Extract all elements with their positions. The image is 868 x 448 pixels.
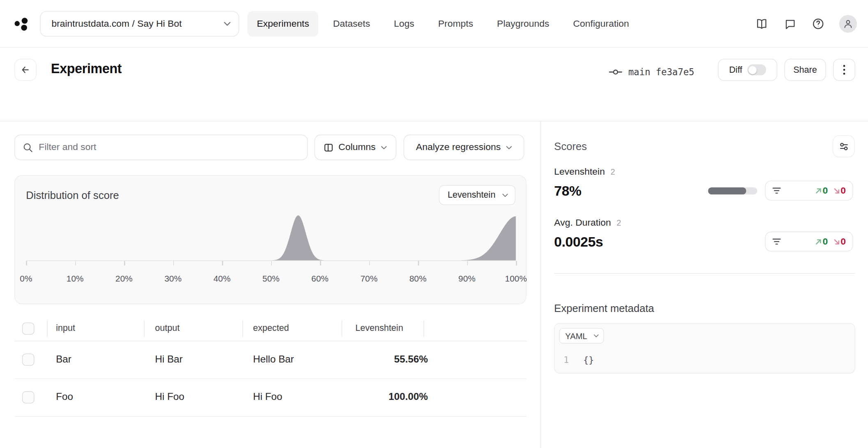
x-axis-tick [467,261,468,266]
analyze-regressions-label: Analyze regressions [416,142,501,153]
row-checkbox[interactable] [22,391,34,404]
cell-levenshtein: 55.56% [394,353,428,365]
columns-button[interactable]: Columns [315,135,397,160]
tab-datasets[interactable]: Datasets [324,11,379,37]
nav-tabs: Experiments Datasets Logs Prompts Playgr… [248,11,638,37]
arrow-up-right-icon [815,238,822,245]
x-axis-tick-label: 40% [214,274,231,284]
x-axis-tick-label: 100% [505,274,527,284]
arrow-up-right-icon [815,187,822,194]
feedback-chat-icon[interactable] [783,16,797,31]
metric-name: Levenshtein2 [554,166,615,177]
x-axis-tick-label: 80% [409,274,427,284]
user-avatar[interactable] [839,15,857,32]
tab-configuration[interactable]: Configuration [564,11,638,37]
score-selector-label: Levenshtein [448,190,495,200]
branch-commit: main fe3a7e5 [609,63,694,81]
col-header-input[interactable]: input [56,323,75,333]
chevron-down-icon [593,334,599,337]
score-comparison-box[interactable]: 0 0 [765,232,853,252]
table-row[interactable]: Bar Hi Bar Hello Bar 55.56% [14,341,526,379]
metric-value: 0.0025s [554,234,603,250]
section-divider [554,273,855,274]
x-axis-tick-label: 20% [115,274,133,284]
line-number: 1 [563,355,569,365]
analyze-regressions-button[interactable]: Analyze regressions [404,135,524,160]
col-header-levenshtein[interactable]: Levenshtein [356,323,403,333]
diff-toggle[interactable] [747,64,766,75]
x-axis-tick [222,261,223,266]
chevron-down-icon [506,145,512,149]
filter-sort-input[interactable] [39,142,299,153]
top-nav: braintrustdata.com / Say Hi Bot Experime… [0,0,868,48]
score-settings-button[interactable] [833,135,855,157]
tab-prompts[interactable]: Prompts [429,11,482,37]
cell-levenshtein: 100.00% [388,391,428,403]
distribution-plot [26,214,516,260]
branch-commit-label: main fe3a7e5 [628,67,694,77]
search-icon [23,142,33,153]
chevron-down-icon [502,193,508,197]
filter-sort-field[interactable] [14,135,308,160]
improvements-delta: 0 [815,236,828,247]
regressions-delta: 0 [833,185,846,196]
score-progress-fill [708,187,746,195]
tab-experiments[interactable]: Experiments [248,11,319,37]
app: braintrustdata.com / Say Hi Bot Experime… [0,0,868,448]
cell-input: Bar [56,353,71,365]
project-selector[interactable]: braintrustdata.com / Say Hi Bot [40,11,239,37]
x-axis-tick [320,261,321,266]
format-selector[interactable]: YAML [559,328,604,344]
col-header-expected[interactable]: expected [253,323,289,333]
x-axis-tick-label: 70% [361,274,378,284]
filter-icon [772,187,781,194]
toggle-knob [749,66,757,74]
sliders-icon [838,141,849,152]
table-row[interactable]: Foo Hi Foo Hi Foo 100.00% [14,379,526,417]
diff-label: Diff [729,65,742,75]
improvements-delta: 0 [815,185,828,196]
tab-playgrounds[interactable]: Playgrounds [487,11,558,37]
nav-icon-group [755,0,857,48]
scores-panel-title: Scores [554,141,587,153]
overflow-menu-button[interactable] [833,59,855,81]
metric-value: 78% [554,183,581,199]
metric-count: 2 [617,218,621,227]
filter-icon [772,238,781,245]
cell-expected: Hello Bar [253,353,294,365]
share-button[interactable]: Share [784,59,826,81]
metadata-code-line: 1{} [563,355,594,365]
x-axis-tick [418,261,419,266]
metadata-card: YAML 1{} [554,323,855,374]
x-axis-tick-label: 50% [262,274,280,284]
metric-name: Avg. Duration2 [554,217,621,228]
x-axis-tick [271,261,272,266]
score-selector[interactable]: Levenshtein [439,185,515,205]
metadata-title: Experiment metadata [554,303,654,315]
page-title: Experiment [51,61,122,76]
row-checkbox[interactable] [22,353,34,366]
regressions-delta: 0 [833,236,846,247]
braintrust-logo-icon [13,16,30,32]
cell-output: Hi Foo [155,391,184,403]
docs-book-icon[interactable] [755,16,769,31]
tab-logs[interactable]: Logs [384,11,424,37]
chart-title: Distribution of score [26,189,119,202]
project-selector-label: braintrustdata.com / Say Hi Bot [51,18,223,29]
col-header-output[interactable]: output [155,323,179,333]
x-axis-tick [75,261,76,266]
diff-toggle-button[interactable]: Diff [718,59,777,81]
score-comparison-box[interactable]: 0 0 [765,181,853,201]
back-button[interactable] [14,59,37,81]
select-all-checkbox[interactable] [22,323,34,335]
help-icon[interactable] [811,16,825,31]
kebab-icon [843,65,845,75]
x-axis-tick-label: 10% [67,274,84,284]
x-axis-tick [369,261,370,266]
code-content: {} [583,355,594,365]
git-commit-icon [609,68,622,76]
cell-output: Hi Bar [155,353,182,365]
x-axis-tick-label: 30% [164,274,181,284]
x-axis-tick-label: 60% [311,274,328,284]
cell-expected: Hi Foo [253,391,282,403]
